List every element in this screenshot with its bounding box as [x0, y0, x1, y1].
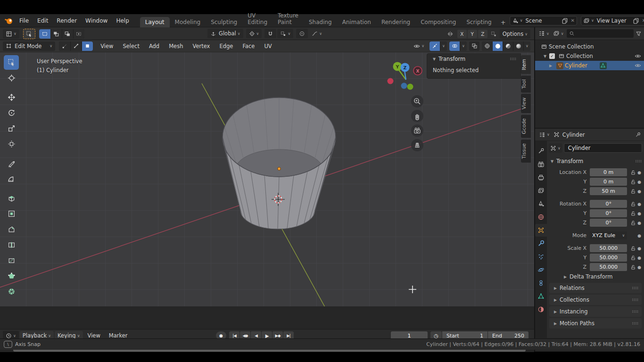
location-z-field[interactable]: 50 m	[590, 187, 627, 195]
pivot-point-dropdown[interactable]: ∨	[246, 29, 262, 38]
outliner-editor-type-button[interactable]: ∨	[537, 29, 550, 38]
rotation-x-field[interactable]: 0°	[590, 200, 627, 208]
mirror-y-button[interactable]: Y	[468, 30, 477, 38]
tab-scene[interactable]	[535, 197, 547, 210]
viewport-menu-uv[interactable]: UV	[259, 43, 276, 49]
lock-icon[interactable]	[629, 246, 636, 251]
delta-transform-header[interactable]: ▶ Delta Transform	[549, 272, 642, 281]
tab-object-data[interactable]	[535, 290, 547, 303]
viewport-menu-mesh[interactable]: Mesh	[164, 43, 188, 49]
tool-loop-cut[interactable]	[4, 238, 19, 252]
viewport-3d[interactable]: Edit Mode ∨ View Select Add Mesh Vertex	[0, 40, 534, 329]
shading-rendered-button[interactable]	[513, 41, 523, 51]
active-tool-button[interactable]	[23, 29, 35, 39]
timeline-menu-view[interactable]: View	[84, 332, 104, 339]
tool-transform[interactable]	[4, 137, 19, 151]
workspace-tab-shading[interactable]: Shading	[304, 17, 337, 27]
snap-settings-dropdown[interactable]: ∨	[277, 29, 293, 38]
pan-button[interactable]	[411, 110, 423, 122]
proportional-falloff-dropdown[interactable]: ∨	[309, 29, 325, 38]
cylinder-mesh[interactable]	[223, 98, 336, 229]
animate-dot-icon[interactable]: ●	[636, 221, 642, 225]
animate-dot-icon[interactable]: ●	[636, 265, 642, 270]
overlays-dropdown[interactable]: ∨	[460, 41, 467, 51]
lock-icon[interactable]	[629, 255, 636, 260]
panel-grip-icon[interactable]	[631, 321, 639, 326]
outliner-row-scene-collection[interactable]: Scene Collection	[535, 42, 644, 51]
tool-knife[interactable]	[4, 253, 19, 268]
workspace-tab-modeling[interactable]: Modeling	[170, 17, 206, 27]
scale-y-field[interactable]: 50.000	[590, 254, 627, 262]
mirror-z-button[interactable]: Z	[478, 30, 487, 38]
rotation-z-field[interactable]: 0°	[590, 219, 627, 227]
motion-paths-section-header[interactable]: ▶ Motion Paths	[549, 318, 642, 329]
animate-dot-icon[interactable]: ●	[636, 211, 642, 216]
zoom-button[interactable]	[411, 95, 423, 107]
instancing-section-header[interactable]: ▶ Instancing	[549, 306, 642, 317]
menu-edit[interactable]: Edit	[33, 17, 52, 24]
panel-grip-icon[interactable]	[509, 57, 517, 61]
viewport-canvas[interactable]: Y Z X	[0, 52, 534, 306]
tab-object[interactable]	[535, 224, 547, 237]
tab-particles[interactable]	[535, 250, 547, 263]
tool-bevel[interactable]	[4, 222, 19, 237]
tab-render[interactable]	[535, 158, 547, 171]
show-overlays-button[interactable]	[449, 41, 460, 51]
show-gizmo-button[interactable]	[429, 41, 440, 51]
panel-grip-icon[interactable]	[635, 159, 642, 164]
viewport-menu-vertex[interactable]: Vertex	[188, 43, 215, 49]
relations-section-header[interactable]: ▶ Relations	[549, 283, 642, 293]
tool-rotate[interactable]	[4, 106, 19, 120]
scale-x-field[interactable]: 50.000	[590, 244, 627, 252]
tool-cursor[interactable]	[4, 71, 19, 85]
lock-icon[interactable]	[629, 211, 636, 216]
face-select-button[interactable]	[82, 41, 93, 51]
close-icon[interactable]: ✕	[571, 18, 575, 23]
rotation-y-field[interactable]: 0°	[590, 209, 627, 217]
shading-material-button[interactable]	[503, 41, 513, 51]
animate-dot-icon[interactable]: ●	[636, 170, 642, 175]
xray-toggle-button[interactable]	[469, 41, 479, 51]
shading-solid-button[interactable]	[492, 41, 503, 51]
camera-view-button[interactable]	[411, 124, 423, 137]
gizmo-x-negative[interactable]	[388, 78, 394, 84]
workspace-tab-layout[interactable]: Layout	[140, 17, 170, 27]
properties-editor-type-button[interactable]: ∨	[538, 130, 551, 140]
transform-section-header[interactable]: ▼ Transform	[549, 156, 642, 166]
menu-window[interactable]: Window	[81, 17, 112, 24]
outliner-display-mode-button[interactable]: ∨	[552, 29, 565, 38]
mirror-icon[interactable]	[447, 31, 454, 37]
tool-move[interactable]	[4, 90, 19, 105]
tool-select-box[interactable]	[4, 55, 19, 70]
workspace-tab-uv-editing[interactable]: UV Editing	[242, 10, 272, 27]
sidebar-tab-gcode[interactable]: Gcode	[521, 115, 531, 138]
snap-toggle-button[interactable]	[264, 29, 276, 38]
mode-dropdown[interactable]: Edit Mode ∨	[3, 41, 55, 51]
editor-type-button[interactable]: ∨	[3, 29, 19, 39]
lock-icon[interactable]	[629, 264, 636, 270]
tab-tool[interactable]	[535, 145, 547, 157]
shading-wireframe-button[interactable]	[482, 41, 492, 51]
collection-checkbox[interactable]: ✓	[549, 53, 555, 59]
sidebar-tab-item[interactable]: Item	[521, 55, 531, 74]
sidebar-tab-tool[interactable]: Tool	[521, 75, 531, 92]
orthographic-toggle-button[interactable]	[411, 139, 423, 151]
viewport-menu-edge[interactable]: Edge	[215, 43, 238, 49]
panel-grip-icon[interactable]	[631, 309, 639, 314]
lock-icon[interactable]	[629, 179, 636, 184]
new-scene-icon[interactable]	[561, 17, 568, 24]
workspace-tab-compositing[interactable]: Compositing	[415, 17, 461, 27]
workspace-tab-sculpting[interactable]: Sculpting	[206, 17, 242, 27]
gizmo-z-negative[interactable]	[401, 83, 407, 89]
shading-dropdown[interactable]: ∨	[523, 41, 530, 51]
scene-selector[interactable]: ∨ Scene ✕	[510, 16, 577, 25]
location-y-field[interactable]: 0 m	[590, 178, 627, 186]
vertex-select-button[interactable]	[59, 41, 70, 51]
menu-help[interactable]: Help	[112, 17, 133, 24]
tab-world[interactable]	[535, 211, 547, 223]
rotation-mode-dropdown[interactable]: XYZ Eule ∨	[590, 231, 627, 239]
gizmo-dropdown[interactable]: ∨	[440, 41, 447, 51]
sidebar-tab-tissue[interactable]: Tissue	[521, 140, 531, 163]
tool-inset-faces[interactable]	[4, 206, 19, 221]
transform-orientation-dropdown[interactable]: Global ∨	[207, 29, 243, 38]
